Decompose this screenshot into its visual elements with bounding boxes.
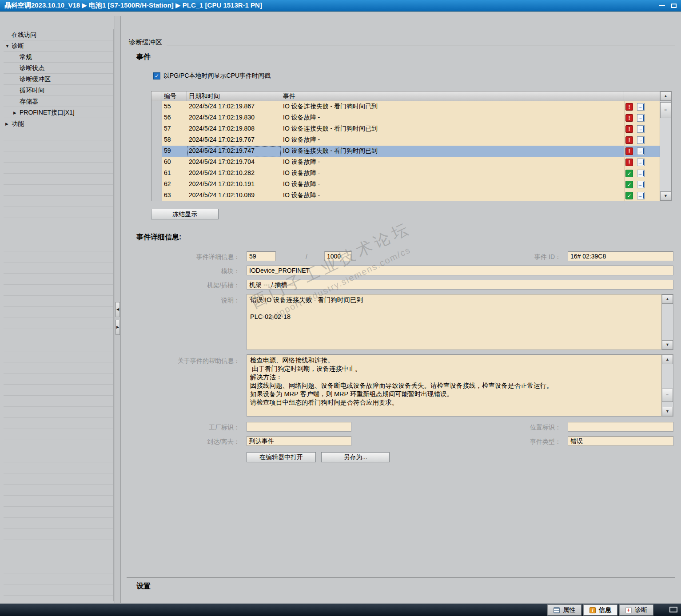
- sidebar-item-diagnostic-buffer[interactable]: 诊断缓冲区: [4, 74, 113, 85]
- scroll-down-icon[interactable]: ▼: [660, 191, 671, 201]
- scroll-down-icon[interactable]: ▼: [662, 407, 673, 416]
- splitter-collapse-left-icon[interactable]: ◀: [115, 302, 120, 317]
- sidebar-item-diagnostics[interactable]: ▼ 诊断: [4, 40, 113, 52]
- splitter-collapse-right-icon[interactable]: ▶: [115, 320, 120, 335]
- module-label: 模块：: [151, 267, 240, 275]
- event-text: IO 设备连接失败 - 看门狗时间已到: [281, 101, 624, 112]
- event-status-icon: !: [625, 136, 633, 144]
- tab-info[interactable]: i 信息: [583, 604, 617, 616]
- details-section-heading: 事件详细信息:: [136, 233, 181, 242]
- timestamp-checkbox-label: 以PG/PC本地时间显示CPU事件时间戳: [163, 72, 271, 80]
- scroll-up-icon[interactable]: ▲: [662, 355, 673, 364]
- help-textarea[interactable]: 检查电源、网络接线和连接。 由于看门狗定时到期，设备连接中止。 解决方法： 因接…: [247, 354, 673, 417]
- open-in-editor-button[interactable]: 在编辑器中打开: [247, 452, 316, 462]
- save-as-button[interactable]: 另存为...: [321, 452, 390, 462]
- table-row-selected[interactable]: 59 2024/5/24 17:02:19.747 IO 设备连接失败 - 看门…: [151, 146, 660, 157]
- event-no: 55: [162, 101, 187, 112]
- incoming-event-icon: [637, 136, 645, 144]
- description-scrollbar[interactable]: ▲ ▼: [661, 294, 673, 350]
- event-id-field[interactable]: 16# 02:39C8: [568, 251, 673, 261]
- incoming-event-icon: [637, 103, 645, 111]
- event-type-field[interactable]: 错误: [568, 436, 673, 446]
- inspector-tabs: 属性 i 信息 + 诊断: [547, 604, 653, 616]
- scroll-down-icon[interactable]: ▼: [662, 340, 673, 350]
- column-header-event[interactable]: 事件: [281, 91, 624, 101]
- row-gutter: [151, 135, 162, 146]
- settings-separator: [127, 577, 675, 578]
- event-no: 59: [162, 146, 187, 157]
- table-row[interactable]: 60 2024/5/24 17:02:19.704 IO 设备故障 - !: [151, 157, 660, 168]
- column-header-datetime[interactable]: 日期和时间: [187, 91, 281, 101]
- event-table-scrollbar[interactable]: ▲ ≡ ▼: [660, 91, 671, 201]
- incoming-event-icon: [637, 114, 645, 122]
- sidebar-item-label: 循环时间: [20, 87, 44, 95]
- table-row[interactable]: 55 2024/5/24 17:02:19.867 IO 设备连接失败 - 看门…: [151, 101, 660, 112]
- module-field[interactable]: IODevice_PROFINET: [247, 266, 673, 275]
- sidebar-item-functions[interactable]: ▶ 功能: [4, 118, 113, 129]
- sidebar-item-label: PROFINET接口[X1]: [20, 109, 75, 117]
- event-text: IO 设备故障 -: [281, 179, 624, 190]
- event-text: IO 设备故障 -: [281, 135, 624, 146]
- tab-label: 属性: [563, 606, 575, 614]
- scrollbar-thumb[interactable]: ≡: [662, 389, 673, 402]
- sidebar-item-diagnostic-status[interactable]: 诊断状态: [4, 63, 113, 74]
- help-scrollbar[interactable]: ▲ ≡ ▼: [661, 355, 673, 416]
- detail-total-field[interactable]: 1000: [324, 251, 352, 261]
- expand-arrow-icon[interactable]: ▶: [13, 111, 20, 115]
- table-row[interactable]: 58 2024/5/24 17:02:19.767 IO 设备故障 - !: [151, 135, 660, 146]
- table-row[interactable]: 61 2024/5/24 17:02:10.282 IO 设备故障 - ✓: [151, 168, 660, 179]
- expand-pane-icon[interactable]: [669, 607, 677, 612]
- sidebar-item-profinet-interface[interactable]: ▶ PROFINET接口[X1]: [4, 107, 113, 118]
- row-gutter: [151, 179, 162, 190]
- header-gutter: [151, 91, 162, 101]
- event-text: IO 设备连接失败 - 看门狗时间已到: [281, 123, 624, 135]
- sidebar-tree: 在线访问 ▼ 诊断 常规 诊断状态 诊断缓冲区 循环时间 存储器 ▶ PROFI…: [4, 29, 114, 601]
- event-datetime: 2024/5/24 17:02:19.830: [187, 112, 281, 123]
- timestamp-checkbox[interactable]: ✓: [153, 72, 160, 79]
- table-row[interactable]: 57 2024/5/24 17:02:19.808 IO 设备连接失败 - 看门…: [151, 123, 660, 135]
- tab-properties[interactable]: 属性: [547, 604, 581, 616]
- expand-arrow-icon[interactable]: ▶: [5, 122, 12, 126]
- restore-icon[interactable]: [671, 4, 677, 8]
- panel-splitter[interactable]: ◀ ▶: [115, 16, 121, 603]
- sidebar-item-label: 功能: [12, 120, 24, 128]
- tab-diagnostics[interactable]: + 诊断: [619, 604, 653, 616]
- description-textarea[interactable]: 错误:IO 设备连接失败 - 看门狗时间已到 PLC-02-02-18 ▲ ▼: [247, 294, 673, 350]
- page-title-row: 诊断缓冲区: [129, 38, 675, 47]
- plant-field[interactable]: [247, 422, 351, 432]
- row-gutter: [151, 157, 162, 168]
- rack-slot-field[interactable]: 机架 --- / 插槽 ---: [247, 280, 673, 290]
- bottom-status-bar: 属性 i 信息 + 诊断: [0, 604, 681, 616]
- incoming-event-icon: [637, 159, 645, 166]
- row-gutter: [151, 112, 162, 123]
- scrollbar-thumb[interactable]: ≡: [660, 102, 671, 118]
- properties-icon: [554, 607, 560, 613]
- table-row[interactable]: 56 2024/5/24 17:02:19.830 IO 设备故障 - !: [151, 112, 660, 123]
- event-text: IO 设备故障 -: [281, 112, 624, 123]
- event-datetime: 2024/5/24 17:02:10.089: [187, 190, 281, 201]
- event-no: 61: [162, 168, 187, 179]
- event-status-icon: ✓: [625, 192, 633, 199]
- column-header-no[interactable]: 编号: [162, 91, 187, 101]
- table-row[interactable]: 63 2024/5/24 17:02:10.089 IO 设备故障 - ✓: [151, 190, 660, 201]
- event-id-label: 事件 ID：: [479, 253, 561, 261]
- expand-arrow-icon[interactable]: ▼: [5, 44, 12, 48]
- sidebar-item-general[interactable]: 常规: [4, 52, 113, 63]
- event-datetime: 2024/5/24 17:02:19.867: [187, 101, 281, 112]
- freeze-display-button[interactable]: 冻结显示: [151, 209, 219, 219]
- detail-no-field[interactable]: 59: [247, 251, 276, 261]
- table-row[interactable]: 62 2024/5/24 17:02:10.191 IO 设备故障 - ✓: [151, 179, 660, 190]
- scroll-up-icon[interactable]: ▲: [662, 294, 673, 304]
- sidebar-item-memory[interactable]: 存储器: [4, 96, 113, 107]
- event-status-icon: !: [625, 103, 633, 111]
- event-status-icon: !: [625, 114, 633, 122]
- sidebar-item-online-access[interactable]: 在线访问: [4, 29, 113, 40]
- location-field[interactable]: [568, 422, 673, 432]
- help-label: 关于事件的帮助信息：: [151, 357, 240, 365]
- arrive-label: 到达/离去：: [151, 438, 240, 446]
- incoming-event-icon: [637, 170, 645, 177]
- sidebar-item-cycle-time[interactable]: 循环时间: [4, 85, 113, 96]
- scroll-up-icon[interactable]: ▲: [660, 91, 671, 101]
- arrive-field[interactable]: 到达事件: [247, 436, 351, 446]
- minimize-icon[interactable]: [659, 5, 665, 6]
